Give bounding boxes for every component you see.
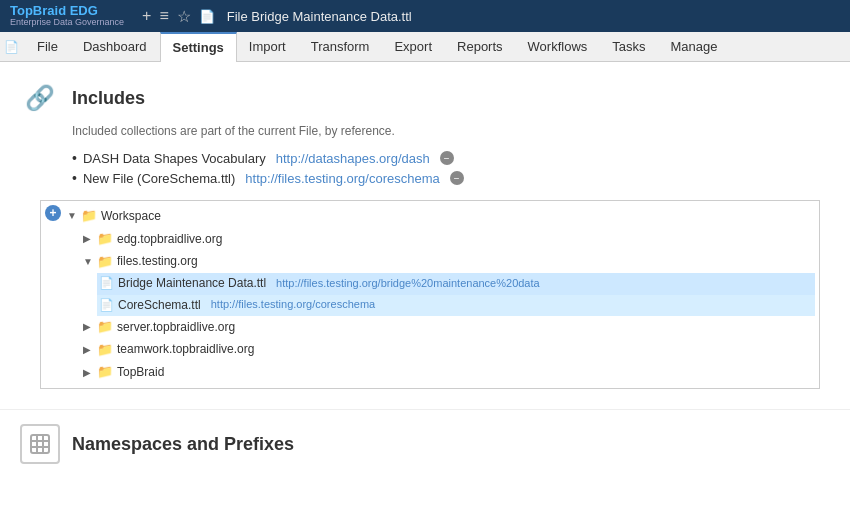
teamwork-label: teamwork.topbraidlive.org	[117, 340, 254, 359]
tree-node-topbraid[interactable]: ▶ 📁 TopBraid	[81, 361, 815, 384]
brand-name: TopBraid EDG	[10, 4, 124, 18]
tree-node-coreschema[interactable]: 📄 CoreSchema.ttl http://files.testing.or…	[97, 295, 815, 316]
workspace-folder-icon: 📁	[81, 206, 97, 227]
nav-dashboard[interactable]: Dashboard	[71, 32, 160, 62]
nav-manage[interactable]: Manage	[659, 32, 731, 62]
includes-item-1: DASH Data Shapes Vocabulary http://datas…	[72, 150, 830, 166]
bridge-label: Bridge Maintenance Data.ttl	[118, 274, 266, 293]
svg-rect-0	[31, 435, 49, 453]
includes-item-2-label: New File (CoreSchema.ttl)	[83, 171, 235, 186]
nav-export[interactable]: Export	[382, 32, 445, 62]
files-folder-icon: 📁	[97, 252, 113, 273]
tree-node-server[interactable]: ▶ 📁 server.topbraidlive.org	[81, 316, 815, 339]
includes-item-1-label: DASH Data Shapes Vocabulary	[83, 151, 266, 166]
namespaces-title: Namespaces and Prefixes	[72, 434, 294, 455]
teamwork-folder-icon: 📁	[97, 340, 113, 361]
nav-reports[interactable]: Reports	[445, 32, 516, 62]
includes-item-2: New File (CoreSchema.ttl) http://files.t…	[72, 170, 830, 186]
includes-item-2-remove[interactable]: −	[450, 171, 464, 185]
namespaces-icon	[20, 424, 60, 464]
coreschema-url: http://files.testing.org/coreschema	[211, 296, 375, 314]
workspace-expander[interactable]: ▼	[67, 208, 77, 224]
brand-subtitle: Enterprise Data Governance	[10, 18, 124, 28]
includes-item-1-url[interactable]: http://datashapes.org/dash	[276, 151, 430, 166]
includes-header: 🔗 Includes	[20, 78, 830, 118]
server-label: server.topbraidlive.org	[117, 318, 235, 337]
window-title: File Bridge Maintenance Data.ttl	[227, 9, 412, 24]
nav-tasks[interactable]: Tasks	[600, 32, 658, 62]
teamwork-expander[interactable]: ▶	[83, 342, 93, 358]
tree-add-button[interactable]: +	[45, 205, 61, 221]
nav-transform[interactable]: Transform	[299, 32, 383, 62]
star-icon[interactable]: ☆	[177, 7, 191, 26]
add-icon[interactable]: +	[142, 7, 151, 25]
nav-import[interactable]: Import	[237, 32, 299, 62]
edg-folder-icon: 📁	[97, 229, 113, 250]
navbar: 📄 File Dashboard Settings Import Transfo…	[0, 32, 850, 62]
tree-toolbar: +	[45, 205, 61, 221]
namespaces-section: Namespaces and Prefixes	[0, 409, 850, 464]
topbar-actions: + ≡ ☆ 📄	[142, 7, 215, 26]
includes-item-2-url[interactable]: http://files.testing.org/coreschema	[245, 171, 439, 186]
main-content: 🔗 Includes Included collections are part…	[0, 62, 850, 405]
coreschema-file-icon: 📄	[99, 296, 114, 315]
nav-settings[interactable]: Settings	[160, 32, 237, 62]
files-expander[interactable]: ▼	[83, 254, 93, 270]
files-label: files.testing.org	[117, 252, 198, 271]
includes-title: Includes	[72, 88, 145, 109]
edg-label: edg.topbraidlive.org	[117, 230, 222, 249]
server-folder-icon: 📁	[97, 317, 113, 338]
tree-node-bridge[interactable]: 📄 Bridge Maintenance Data.ttl http://fil…	[97, 273, 815, 294]
tree-nodes: ▼ 📁 Workspace ▶ 📁 edg.topbraidlive.org ▼…	[41, 201, 819, 388]
workspace-tree[interactable]: + ▼ 📁 Workspace ▶ 📁 edg.topbraidlive.org…	[40, 200, 820, 389]
brand: TopBraid EDG Enterprise Data Governance	[10, 4, 124, 28]
nav-workflows[interactable]: Workflows	[516, 32, 601, 62]
menu-icon[interactable]: ≡	[159, 7, 168, 25]
includes-description: Included collections are part of the cur…	[72, 124, 830, 138]
tree-node-files[interactable]: ▼ 📁 files.testing.org	[81, 251, 815, 274]
workspace-label: Workspace	[101, 207, 161, 226]
nav-file[interactable]: File	[25, 32, 71, 62]
doc-icon: 📄	[199, 9, 215, 24]
includes-icon: 🔗	[20, 78, 60, 118]
tree-node-teamwork[interactable]: ▶ 📁 teamwork.topbraidlive.org	[81, 339, 815, 362]
tree-node-workspace[interactable]: ▼ 📁 Workspace	[65, 205, 815, 228]
edg-expander[interactable]: ▶	[83, 231, 93, 247]
coreschema-label: CoreSchema.ttl	[118, 296, 201, 315]
tree-node-edg[interactable]: ▶ 📁 edg.topbraidlive.org	[81, 228, 815, 251]
server-expander[interactable]: ▶	[83, 319, 93, 335]
includes-list: DASH Data Shapes Vocabulary http://datas…	[72, 150, 830, 186]
bridge-url: http://files.testing.org/bridge%20mainte…	[276, 275, 540, 293]
topbraid-folder-icon: 📁	[97, 362, 113, 383]
includes-item-1-remove[interactable]: −	[440, 151, 454, 165]
topbraid-label: TopBraid	[117, 363, 164, 382]
topbar: TopBraid EDG Enterprise Data Governance …	[0, 0, 850, 32]
bridge-file-icon: 📄	[99, 274, 114, 293]
topbraid-expander[interactable]: ▶	[83, 365, 93, 381]
nav-file-icon: 📄	[4, 40, 19, 54]
